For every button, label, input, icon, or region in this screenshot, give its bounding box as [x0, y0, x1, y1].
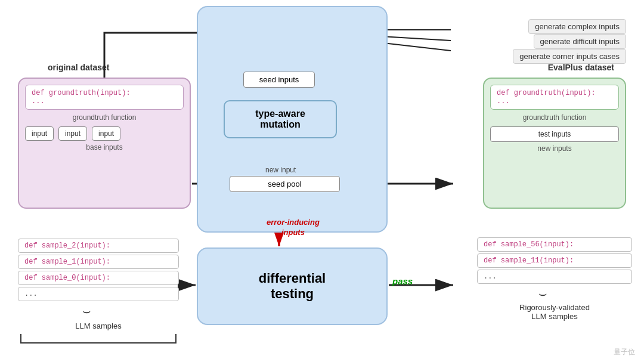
original-dataset-title: original dataset: [48, 63, 109, 72]
groundtruth-fn-label-orig: groundtruth function: [25, 113, 184, 122]
diff-testing-box: differentialtesting: [197, 247, 388, 325]
seed-inputs-box: seed inputs: [243, 72, 315, 88]
groundtruth-fn-label-eval: groundtruth function: [490, 113, 619, 122]
original-dataset-box: def groundtruth(input): ... groundtruth …: [18, 78, 191, 209]
rigorous-item-56: def sample_56(input):: [477, 237, 632, 252]
diagram: ChatGPT generate complex inputs generate…: [0, 0, 644, 362]
watermark: 量子位: [614, 347, 635, 357]
error-inducing-label: error-inducing inputs: [267, 218, 320, 238]
prompt-complex: generate complex inputs: [528, 19, 626, 34]
groundtruth-code-eval: def groundtruth(input): ...: [490, 85, 619, 110]
llm-code-ellipsis: ...: [18, 287, 179, 301]
prompt-corner: generate corner inputs cases: [513, 49, 626, 64]
diff-testing-label: differentialtesting: [259, 271, 326, 302]
new-input-label: new input: [265, 166, 296, 174]
llm-samples-section: def sample_2(input): def sample_1(input)…: [18, 239, 179, 330]
rigorous-samples-section: def sample_56(input): def sample_11(inpu…: [477, 237, 632, 321]
evalplus-title: EvalPlus dataset: [548, 63, 614, 72]
pass-label: pass: [392, 276, 413, 286]
llm-code-item-2: def sample_2(input):: [18, 239, 179, 253]
test-inputs-box: test inputs: [490, 126, 619, 142]
llm-code-item-0: def sample_0(input):: [18, 271, 179, 285]
rigorous-item-11: def sample_11(input):: [477, 253, 632, 268]
new-inputs-label: new inputs: [490, 144, 619, 153]
rigorous-ellipsis: ...: [477, 270, 632, 284]
input-boxes-row: input input input: [25, 126, 184, 141]
base-inputs-label: base inputs: [25, 143, 184, 151]
prompt-difficult: generate difficult inputs: [534, 34, 626, 49]
llm-code-stack: def sample_2(input): def sample_1(input)…: [18, 239, 179, 301]
groundtruth-code-orig: def groundtruth(input): ...: [25, 85, 184, 110]
mutation-box: type-awaremutation: [224, 100, 337, 138]
mutation-label: type-awaremutation: [255, 109, 305, 129]
llm-code-item-1: def sample_1(input):: [18, 255, 179, 269]
input-box-3: input: [92, 126, 120, 141]
input-box-1: input: [25, 126, 54, 141]
rigorous-label: Rigorously-validatedLLM samples: [477, 303, 632, 321]
seed-pool-box: seed pool: [230, 176, 340, 192]
input-box-2: input: [58, 126, 87, 141]
evalplus-dataset-box: def groundtruth(input): ... groundtruth …: [483, 78, 626, 209]
llm-samples-label: LLM samples: [18, 321, 179, 330]
